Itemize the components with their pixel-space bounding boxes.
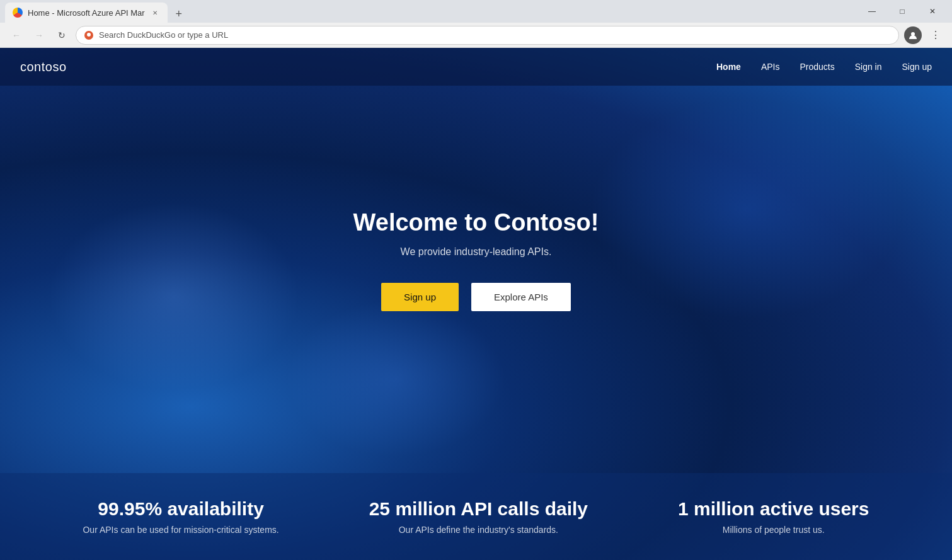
nav-apis[interactable]: APIs: [761, 62, 780, 72]
tab-title: Home - Microsoft Azure API Mar: [28, 8, 145, 18]
nav-signup[interactable]: Sign up: [902, 62, 932, 72]
ddg-icon: [84, 30, 94, 40]
site-logo: contoso: [20, 60, 67, 74]
website-container: contoso Home APIs Products Sign in Sign …: [0, 48, 952, 560]
stat-users-number: 1 million active users: [678, 498, 869, 520]
back-button[interactable]: ←: [8, 26, 25, 44]
nav-links: Home APIs Products Sign in Sign up: [716, 62, 932, 72]
tab-close-button[interactable]: ✕: [150, 8, 160, 18]
stat-availability-desc: Our APIs can be used for mission-critica…: [83, 525, 278, 535]
stat-api-calls-desc: Our APIs define the industry's standards…: [399, 525, 558, 535]
address-bar: ← → ↻ Search DuckDuckGo or type a URL ⋮: [0, 23, 952, 48]
profile-button[interactable]: [904, 26, 922, 44]
forward-button[interactable]: →: [30, 26, 48, 44]
browser-menu-button[interactable]: ⋮: [927, 26, 944, 44]
stat-users: 1 million active users Millions of peopl…: [678, 498, 869, 535]
stat-users-desc: Millions of people trust us.: [723, 525, 825, 535]
stat-api-calls-number: 25 million API calls daily: [369, 498, 588, 520]
stat-availability: 99.95% availability Our APIs can be used…: [83, 498, 278, 535]
minimize-button[interactable]: —: [857, 0, 886, 23]
svg-point-1: [87, 33, 91, 37]
url-bar[interactable]: Search DuckDuckGo or type a URL: [76, 26, 899, 45]
stats-section: 99.95% availability Our APIs can be used…: [0, 473, 952, 560]
nav-signin[interactable]: Sign in: [855, 62, 882, 72]
site-navigation: contoso Home APIs Products Sign in Sign …: [0, 48, 952, 86]
hero-section: contoso Home APIs Products Sign in Sign …: [0, 48, 952, 560]
url-text: Search DuckDuckGo or type a URL: [99, 30, 228, 40]
hero-title: Welcome to Contoso!: [353, 209, 599, 236]
tab-favicon-icon: [13, 8, 23, 18]
signup-button[interactable]: Sign up: [381, 283, 459, 311]
refresh-button[interactable]: ↻: [53, 26, 71, 44]
hero-buttons: Sign up Explore APIs: [381, 283, 571, 311]
nav-home[interactable]: Home: [716, 62, 741, 72]
maximize-button[interactable]: □: [888, 0, 917, 23]
close-button[interactable]: ✕: [918, 0, 947, 23]
hero-subtitle: We provide industry-leading APIs.: [401, 246, 552, 258]
explore-apis-button[interactable]: Explore APIs: [471, 283, 571, 311]
stat-availability-number: 99.95% availability: [98, 498, 264, 520]
new-tab-button[interactable]: +: [170, 5, 188, 23]
active-tab[interactable]: Home - Microsoft Azure API Mar ✕: [5, 3, 168, 23]
stat-api-calls: 25 million API calls daily Our APIs defi…: [369, 498, 588, 535]
nav-products[interactable]: Products: [800, 62, 834, 72]
